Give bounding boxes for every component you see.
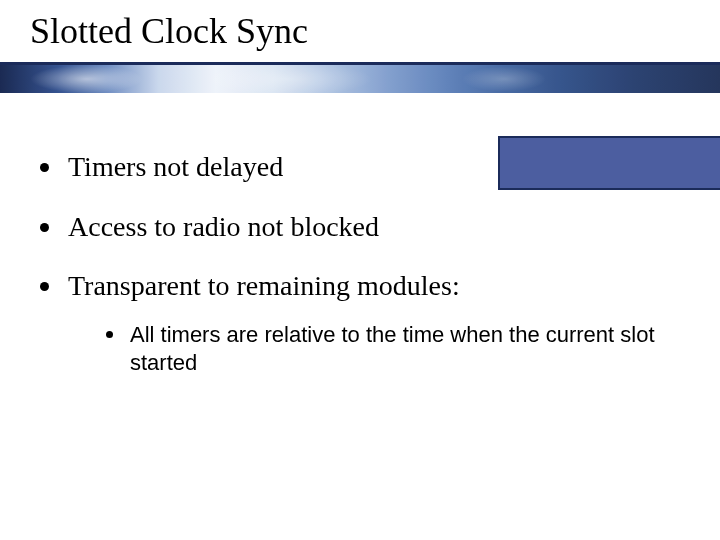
bullet-item: Transparent to remaining modules: All ti… [34,269,720,377]
slide-title: Slotted Clock Sync [30,10,308,52]
bullet-text: Access to radio not blocked [68,211,379,242]
bullet-text: Timers not delayed [68,151,283,182]
slide: Slotted Clock Sync Timers not delayed Ac… [0,0,720,540]
sub-bullet-list: All timers are relative to the time when… [68,321,720,377]
bullet-list: Timers not delayed Access to radio not b… [34,150,720,403]
bullet-item: Timers not delayed [34,150,720,184]
header-banner [0,65,720,93]
bullet-text: Transparent to remaining modules: [68,270,460,301]
bullet-item: Access to radio not blocked [34,210,720,244]
sub-bullet-text: All timers are relative to the time when… [130,322,655,375]
sub-bullet-item: All timers are relative to the time when… [102,321,720,377]
